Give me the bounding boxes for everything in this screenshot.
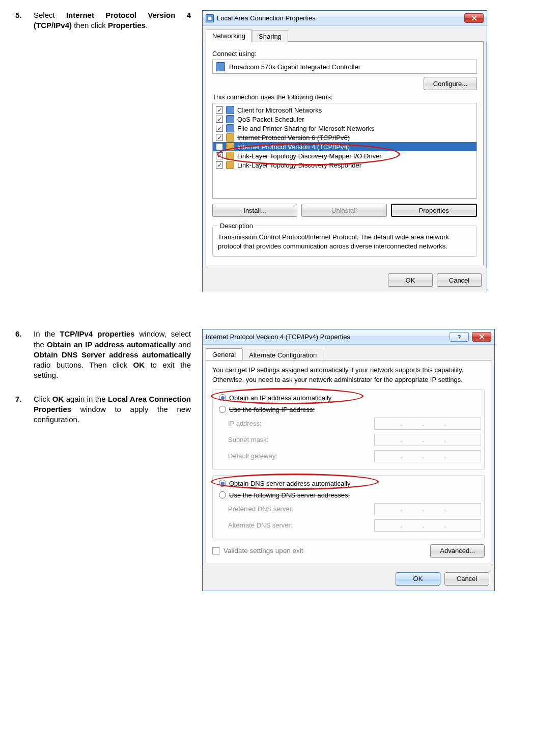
cancel-button[interactable]: Cancel	[437, 273, 482, 287]
checkbox-icon[interactable]	[216, 134, 223, 141]
window-title: Internet Protocol Version 4 (TCP/IPv4) P…	[206, 333, 350, 341]
close-icon	[479, 334, 485, 340]
step-num-7: 7.	[15, 394, 24, 425]
list-item: Client for Microsoft Networks	[213, 105, 477, 115]
configure-button[interactable]: Configure...	[424, 77, 477, 90]
close-icon	[471, 15, 477, 21]
radio-obtain-ip[interactable]: Obtain an IP address automatically	[216, 392, 481, 404]
cancel-button[interactable]: Cancel	[444, 572, 489, 586]
tabstrip: Networking Sharing	[203, 26, 487, 41]
adns-input[interactable]: . . .	[374, 519, 481, 532]
radio-icon	[219, 394, 226, 401]
checkbox-icon[interactable]	[216, 152, 223, 159]
ip-address-row: IP address: . . .	[216, 415, 481, 432]
step-6-row: 6. In the TCP/IPv4 properties window, se…	[15, 329, 550, 591]
description-group: Description Transmission Control Protoco…	[212, 222, 477, 257]
dns-section: Obtain DNS server address automatically …	[212, 475, 485, 539]
list-item: File and Printer Sharing for Microsoft N…	[213, 124, 477, 133]
general-panel: You can get IP settings assigned automat…	[206, 360, 491, 564]
pdns-row: Preferred DNS server: . . .	[216, 501, 481, 517]
gateway-row: Default gateway: . . .	[216, 448, 481, 464]
radio-use-dns[interactable]: Use the following DNS server addresses:	[216, 489, 481, 501]
checkbox-icon[interactable]	[216, 125, 223, 132]
radio-obtain-dns[interactable]: Obtain DNS server address automatically	[216, 478, 481, 489]
window-title: Local Area Connection Properties	[217, 14, 316, 22]
close-button[interactable]	[472, 332, 491, 342]
service-icon	[226, 115, 234, 123]
checkbox-icon[interactable]	[216, 116, 223, 123]
dialog-buttons: OK Cancel	[203, 268, 487, 292]
ip-note: You can get IP settings assigned automat…	[212, 366, 485, 384]
subnet-row: Subnet mask: . . .	[216, 432, 481, 448]
protocol-icon	[226, 161, 234, 169]
radio-icon	[219, 491, 226, 498]
network-icon	[206, 14, 214, 22]
tab-alternate[interactable]: Alternate Configuration	[242, 349, 323, 361]
ok-button[interactable]: OK	[396, 572, 440, 586]
checkbox-icon[interactable]	[216, 106, 223, 114]
titlebar[interactable]: Internet Protocol Version 4 (TCP/IPv4) P…	[203, 329, 494, 345]
protocol-icon	[226, 143, 234, 151]
adapter-icon	[216, 62, 225, 71]
uninstall-button[interactable]: Uninstall	[301, 204, 386, 217]
radio-icon	[219, 406, 226, 413]
connect-using-label: Connect using:	[212, 50, 477, 58]
protocol-icon	[226, 152, 234, 160]
adns-row: Alternate DNS server: . . .	[216, 517, 481, 534]
list-item-selected: Internet Protocol Version 4 (TCP/IPv4)	[213, 142, 477, 151]
description-text: Transmission Control Protocol/Internet P…	[218, 233, 471, 251]
titlebar[interactable]: Local Area Connection Properties	[203, 11, 487, 26]
step-6-7-text: 6. In the TCP/IPv4 properties window, se…	[15, 329, 191, 591]
tab-networking[interactable]: Networking	[206, 30, 252, 42]
tabstrip: General Alternate Configuration	[203, 345, 494, 360]
dialog-buttons: OK Cancel	[203, 567, 494, 591]
list-item: Link-Layer Topology Discovery Responder	[213, 160, 477, 170]
networking-panel: Connect using: Broadcom 570x Gigabit Int…	[206, 41, 484, 265]
checkbox-icon[interactable]	[216, 143, 223, 150]
help-button[interactable]: ?	[450, 332, 469, 342]
lan-properties-window: Local Area Connection Properties Network…	[202, 10, 487, 292]
advanced-button[interactable]: Advanced...	[430, 544, 485, 558]
subnet-input[interactable]: . . .	[374, 434, 481, 446]
step-5-row: 5. Select Internet Protocol Version 4 (T…	[15, 10, 550, 292]
validate-checkbox[interactable]	[212, 547, 219, 554]
items-list[interactable]: Client for Microsoft Networks QoS Packet…	[212, 103, 477, 199]
list-item: Link-Layer Topology Discovery Mapper I/O…	[213, 151, 477, 160]
description-legend: Description	[218, 222, 255, 230]
properties-button[interactable]: Properties	[391, 204, 477, 217]
radio-icon	[219, 480, 226, 487]
radio-use-ip[interactable]: Use the following IP address:	[216, 404, 481, 415]
step-num-6: 6.	[15, 329, 24, 380]
list-item: QoS Packet Scheduler	[213, 115, 477, 124]
install-button[interactable]: Install...	[212, 204, 297, 217]
tab-sharing[interactable]: Sharing	[252, 30, 288, 42]
ip-input[interactable]: . . .	[374, 418, 481, 430]
ip-section: Obtain an IP address automatically Use t…	[212, 390, 485, 470]
ok-button[interactable]: OK	[388, 273, 433, 287]
checkbox-icon[interactable]	[216, 161, 223, 169]
adapter-box[interactable]: Broadcom 570x Gigabit Integrated Control…	[212, 60, 477, 74]
gateway-input[interactable]: . . .	[374, 450, 481, 462]
protocol-icon	[226, 133, 234, 142]
close-button[interactable]	[464, 13, 484, 23]
validate-label: Validate settings upon exit	[223, 547, 303, 554]
ipv4-properties-window: Internet Protocol Version 4 (TCP/IPv4) P…	[202, 329, 495, 591]
client-icon	[226, 106, 234, 114]
tab-general[interactable]: General	[206, 348, 242, 360]
step-5-text: 5. Select Internet Protocol Version 4 (T…	[15, 10, 191, 292]
items-label: This connection uses the following items…	[212, 93, 477, 101]
svg-rect-0	[208, 16, 212, 20]
pdns-input[interactable]: . . .	[374, 503, 481, 515]
list-item: Internet Protocol Version 6 (TCP/IPv6)	[213, 133, 477, 142]
step-num-5: 5.	[15, 10, 24, 31]
service-icon	[226, 124, 234, 132]
adapter-name: Broadcom 570x Gigabit Integrated Control…	[229, 63, 360, 71]
